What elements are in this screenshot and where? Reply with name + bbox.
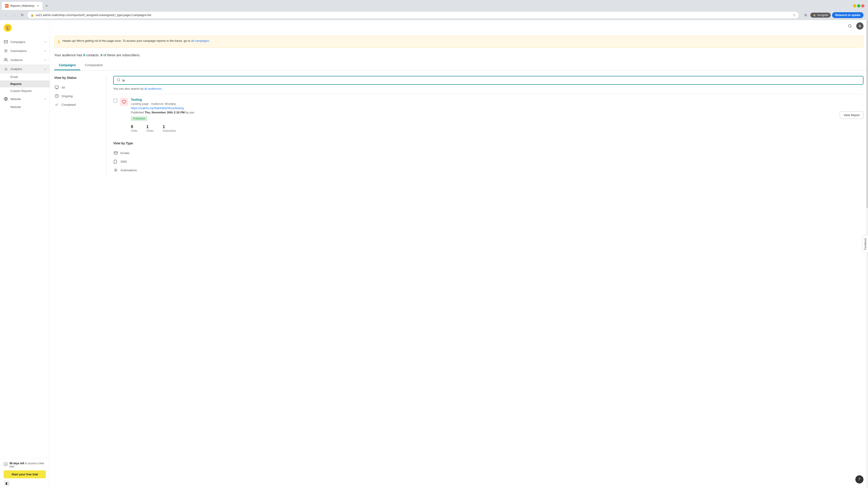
sidebar-item-campaigns[interactable]: Campaigns ▾	[0, 37, 50, 46]
result-subtitle: Landing page · Audience: Moodjoy	[131, 102, 837, 105]
logo-icon: 🐒	[5, 25, 11, 31]
analytics-chevron: ▴	[45, 68, 46, 70]
audience-chevron: ▾	[45, 59, 46, 61]
result-campaign-icon	[120, 98, 128, 106]
automations-icon	[4, 48, 8, 53]
bookmark-button[interactable]: ☆	[793, 13, 796, 17]
sidebar-item-website[interactable]: Website ▾	[0, 94, 50, 103]
view-report-button[interactable]: View Report	[840, 111, 864, 119]
close-button[interactable]	[861, 4, 864, 7]
relaunch-button[interactable]: Relaunch to update	[832, 12, 864, 18]
search-hint-before: You can also search by	[113, 87, 145, 90]
ongoing-icon	[54, 94, 59, 98]
all-audiences-link[interactable]: all audiences	[145, 87, 162, 90]
banner-warning-icon: ℹ	[58, 39, 60, 44]
extensions-button[interactable]: ⚙	[803, 12, 809, 18]
result-published-after: by you	[186, 111, 194, 114]
result-published-date: Thu, November 30th 2:16 PM	[145, 111, 185, 114]
search-hint: You can also search by all audiences .	[113, 87, 864, 90]
main-content: S ℹ Heads up! We're getting rid of this …	[50, 20, 868, 488]
trial-button[interactable]: Start your free trial	[4, 470, 46, 478]
trial-text: 89 days left to access a free trial.	[9, 462, 46, 468]
campaigns-label: Campaigns	[10, 40, 42, 43]
url-bar[interactable]: 🔒 us21.admin.mailchimp.com/reports/#f_as…	[27, 11, 799, 19]
help-button[interactable]: ?	[855, 475, 864, 484]
completed-label: Completed	[61, 103, 76, 106]
heads-up-banner: ℹ Heads up! We're getting rid of this pa…	[54, 36, 864, 48]
sidebar-logo: 🐒	[0, 20, 50, 35]
filter-divider	[106, 76, 106, 174]
tab-comparative[interactable]: Comparative	[80, 61, 107, 70]
sidebar-item-automations[interactable]: Automations ▾	[0, 46, 50, 55]
stat-visits: 0 Visits	[131, 125, 137, 132]
forward-button[interactable]: ›	[11, 12, 17, 18]
scrollbar-track	[866, 20, 868, 488]
collapse-sidebar-button[interactable]: ◧	[4, 480, 10, 486]
sidebar-item-audience[interactable]: Audience ▾	[0, 55, 50, 64]
global-search-button[interactable]	[846, 22, 854, 30]
search-icon	[117, 78, 121, 83]
svg-point-1	[5, 51, 6, 52]
campaigns-chevron: ▾	[45, 41, 46, 43]
filter-section: View by Status All Ongoing	[54, 76, 99, 109]
sms-label: SMS	[121, 160, 127, 163]
filter-completed[interactable]: Completed	[54, 100, 99, 109]
emails-icon	[113, 151, 118, 156]
active-tab[interactable]: MC Reports | Mailchimp ×	[2, 2, 42, 10]
sidebar-item-analytics[interactable]: Analytics ▴	[0, 64, 50, 73]
tab-close-button[interactable]: ×	[37, 4, 39, 8]
banner-text-after: .	[210, 39, 211, 42]
search-box[interactable]	[113, 76, 864, 85]
result-url-link[interactable]: https://mailchi.mp/5a643b62561a/testing	[131, 106, 184, 110]
top-bar: S	[50, 20, 868, 32]
automations-label: Automations	[10, 49, 42, 53]
status-badge: Published	[131, 116, 147, 121]
svg-point-2	[5, 58, 6, 60]
sidebar-item-email[interactable]: Email	[0, 73, 50, 80]
status-filter-label: View by Status	[54, 76, 99, 79]
scrollbar-thumb[interactable]	[866, 20, 868, 208]
result-stats: 0 Visits 1 Clicks 1 Subscribes	[131, 125, 837, 132]
feedback-tab[interactable]: Feedback	[862, 235, 868, 253]
search-area: You can also search by all audiences . T…	[113, 76, 864, 174]
stat-visits-num: 0	[131, 125, 137, 129]
sidebar-item-custom-reports[interactable]: Custom Reports	[0, 88, 50, 94]
sidebar-item-website-sub[interactable]: Website	[0, 103, 50, 110]
all-icon	[54, 85, 59, 90]
filter-sms[interactable]: SMS	[113, 157, 864, 166]
refresh-button[interactable]: ↻	[19, 12, 25, 18]
incognito-label: Incognito	[817, 13, 829, 17]
automations-chevron: ▾	[45, 50, 46, 52]
sidebar-item-reports[interactable]: Reports	[0, 80, 50, 88]
maximize-button[interactable]	[857, 4, 860, 7]
type-filter-label: View by Type	[113, 141, 864, 145]
new-tab-button[interactable]: +	[43, 3, 50, 9]
result-checkbox[interactable]	[113, 99, 117, 103]
main-scrollbar[interactable]	[866, 20, 868, 488]
all-campaigns-link[interactable]: all campaigns	[191, 39, 209, 42]
trial-info: ◷ 89 days left to access a free trial.	[4, 462, 46, 468]
result-title[interactable]: Testing	[131, 98, 837, 101]
incognito-icon: 🕵	[813, 13, 816, 17]
minimize-button[interactable]	[853, 4, 856, 7]
stat-clicks-label: Clicks	[146, 129, 153, 132]
website-label: Website	[10, 97, 42, 101]
filter-all[interactable]: All	[54, 83, 99, 92]
audience-icon	[4, 58, 8, 62]
svg-point-14	[117, 78, 120, 81]
back-button[interactable]: ‹	[3, 12, 9, 18]
filter-emails[interactable]: Emails	[113, 149, 864, 157]
filter-ongoing[interactable]: Ongoing	[54, 92, 99, 100]
user-avatar[interactable]: S	[856, 22, 864, 30]
sidebar: 🐒 Campaigns ▾ Automations ▾	[0, 20, 50, 488]
tab-favicon: MC	[5, 4, 8, 8]
search-result-row: Testing Landing page · Audience: Moodjoy…	[113, 94, 864, 136]
filter-automations-type[interactable]: Automations	[113, 166, 864, 174]
result-published: Published Thu, November 30th 2:16 PM by …	[131, 111, 837, 114]
banner-text-before: Heads up! We're getting rid of this page…	[62, 39, 191, 42]
trial-clock-icon: ◷	[4, 462, 8, 466]
search-input[interactable]	[122, 78, 860, 82]
website-chevron: ▾	[45, 98, 46, 100]
tab-campaigns[interactable]: Campaigns	[54, 61, 80, 70]
svg-point-19	[115, 170, 116, 171]
